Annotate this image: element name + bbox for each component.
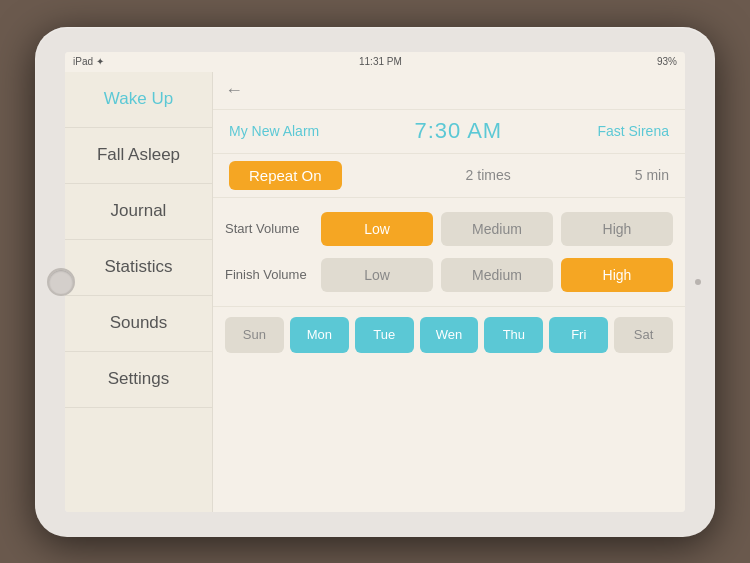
ipad-frame: iPad ✦ 11:31 PM 93% Wake Up Fall Asleep … [35,27,715,537]
back-button[interactable]: ← [225,81,243,99]
status-time: 11:31 PM [359,56,402,67]
day-tue[interactable]: Tue [355,317,414,353]
sidebar: Wake Up Fall Asleep Journal Statistics S… [65,72,213,512]
sidebar-item-sounds[interactable]: Sounds [65,296,212,352]
sidebar-label-sounds: Sounds [110,313,168,333]
sidebar-item-wake-up[interactable]: Wake Up [65,72,212,128]
volume-section: Start Volume Low Medium High Finish Volu… [213,198,685,307]
finish-volume-label: Finish Volume [225,267,313,282]
day-fri[interactable]: Fri [549,317,608,353]
repeat-bar: Repeat On 2 times 5 min [213,154,685,198]
content-area: Wake Up Fall Asleep Journal Statistics S… [65,72,685,512]
repeat-button[interactable]: Repeat On [229,161,342,190]
status-left: iPad ✦ [73,56,104,67]
day-wen[interactable]: Wen [420,317,479,353]
start-volume-label: Start Volume [225,221,313,236]
sidebar-item-statistics[interactable]: Statistics [65,240,212,296]
days-row: Sun Mon Tue Wen Thu Fri Sat [213,307,685,363]
repeat-times: 2 times [466,167,511,183]
start-volume-low[interactable]: Low [321,212,433,246]
day-sat[interactable]: Sat [614,317,673,353]
screen: iPad ✦ 11:31 PM 93% Wake Up Fall Asleep … [65,52,685,512]
day-thu[interactable]: Thu [484,317,543,353]
sidebar-item-settings[interactable]: Settings [65,352,212,408]
ipad-label: iPad ✦ [73,56,104,67]
status-battery: 93% [657,56,677,67]
start-volume-row: Start Volume Low Medium High [213,206,685,252]
camera-dot [695,279,701,285]
finish-volume-low[interactable]: Low [321,258,433,292]
top-bar: ← [213,72,685,110]
repeat-duration: 5 min [635,167,669,183]
sidebar-label-journal: Journal [111,201,167,221]
finish-volume-row: Finish Volume Low Medium High [213,252,685,298]
sidebar-label-settings: Settings [108,369,169,389]
home-button[interactable] [47,268,75,296]
status-bar: iPad ✦ 11:31 PM 93% [65,52,685,72]
sidebar-item-fall-asleep[interactable]: Fall Asleep [65,128,212,184]
start-volume-high[interactable]: High [561,212,673,246]
sidebar-label-statistics: Statistics [104,257,172,277]
sidebar-item-journal[interactable]: Journal [65,184,212,240]
alarm-sound[interactable]: Fast Sirena [597,123,669,139]
start-volume-medium[interactable]: Medium [441,212,553,246]
sidebar-label-fall-asleep: Fall Asleep [97,145,180,165]
finish-volume-medium[interactable]: Medium [441,258,553,292]
alarm-time[interactable]: 7:30 AM [414,118,502,144]
finish-volume-high[interactable]: High [561,258,673,292]
sidebar-label-wake-up: Wake Up [104,89,173,109]
alarm-name[interactable]: My New Alarm [229,123,319,139]
alarm-header: My New Alarm 7:30 AM Fast Sirena [213,110,685,154]
main-panel: ← My New Alarm 7:30 AM Fast Sirena Repea… [213,72,685,512]
day-sun[interactable]: Sun [225,317,284,353]
day-mon[interactable]: Mon [290,317,349,353]
